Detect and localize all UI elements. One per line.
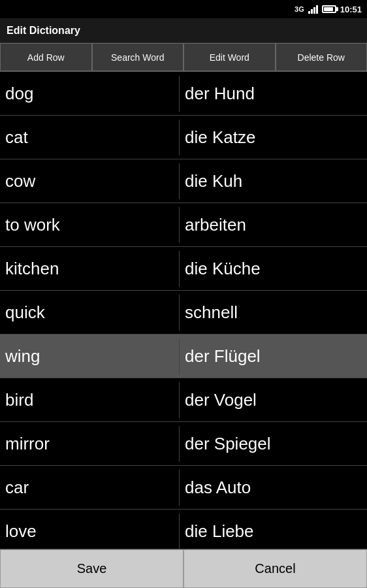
- cell-german: der Spiegel: [180, 426, 367, 462]
- page-title: Edit Dictionary: [7, 25, 80, 37]
- toolbar: Add Row Search Word Edit Word Delete Row: [0, 43, 367, 72]
- network-indicator: 3G: [295, 5, 304, 13]
- dictionary-list[interactable]: dogder Hundcatdie Katzecowdie Kuhto work…: [0, 72, 367, 549]
- cell-german: das Auto: [180, 470, 367, 506]
- table-row[interactable]: kitchendie Küche: [0, 247, 367, 291]
- cell-german: der Flügel: [180, 338, 367, 374]
- table-row[interactable]: cardas Auto: [0, 466, 367, 510]
- title-bar: Edit Dictionary: [0, 18, 367, 43]
- cell-english: mirror: [0, 426, 180, 462]
- edit-word-button[interactable]: Edit Word: [184, 43, 276, 71]
- battery-icon: [322, 5, 336, 13]
- status-bar: 3G 10:51: [0, 0, 367, 18]
- table-row[interactable]: wingder Flügel: [0, 335, 367, 378]
- cell-german: arbeiten: [180, 207, 367, 243]
- table-row[interactable]: dogder Hund: [0, 72, 367, 116]
- cell-english: to work: [0, 207, 180, 243]
- delete-row-button[interactable]: Delete Row: [276, 43, 368, 71]
- cell-german: die Küche: [180, 251, 367, 287]
- cancel-button[interactable]: Cancel: [184, 549, 367, 588]
- cell-german: der Vogel: [180, 382, 367, 418]
- table-row[interactable]: quickschnell: [0, 291, 367, 335]
- cell-german: die Liebe: [180, 514, 367, 549]
- bottom-bar: Save Cancel: [0, 549, 367, 588]
- cell-english: cat: [0, 120, 180, 155]
- table-row[interactable]: lovedie Liebe: [0, 510, 367, 549]
- table-row[interactable]: cowdie Kuh: [0, 159, 367, 203]
- cell-english: quick: [0, 295, 180, 331]
- cell-english: dog: [0, 76, 180, 112]
- table-row[interactable]: mirrorder Spiegel: [0, 422, 367, 466]
- signal-icon: [308, 5, 318, 14]
- cell-english: kitchen: [0, 251, 180, 287]
- save-button[interactable]: Save: [0, 549, 184, 588]
- cell-german: der Hund: [180, 76, 367, 112]
- cell-english: wing: [0, 338, 180, 374]
- cell-english: car: [0, 470, 180, 506]
- add-row-button[interactable]: Add Row: [0, 43, 92, 71]
- search-word-button[interactable]: Search Word: [92, 43, 184, 71]
- cell-german: die Katze: [180, 120, 367, 155]
- table-row[interactable]: to workarbeiten: [0, 203, 367, 247]
- table-row[interactable]: birdder Vogel: [0, 378, 367, 422]
- cell-german: schnell: [180, 295, 367, 331]
- table-row[interactable]: catdie Katze: [0, 116, 367, 159]
- cell-english: cow: [0, 163, 180, 199]
- cell-german: die Kuh: [180, 163, 367, 199]
- time-display: 10:51: [340, 5, 362, 14]
- cell-english: bird: [0, 382, 180, 418]
- cell-english: love: [0, 514, 180, 549]
